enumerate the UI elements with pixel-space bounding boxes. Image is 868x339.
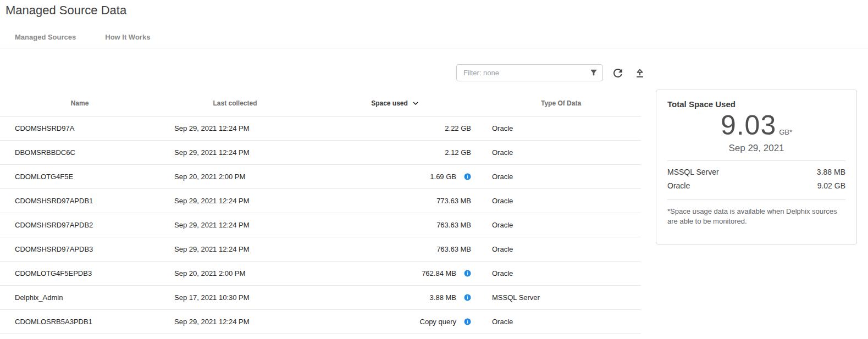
space-used-cell: 2.12 GB bbox=[311, 141, 481, 164]
space-used-value: 2.22 GB bbox=[445, 124, 471, 132]
type-of-data: Oracle bbox=[481, 213, 641, 237]
last-collected: Sep 29, 2021 12:24 PM bbox=[159, 116, 311, 140]
tab-how-it-works[interactable]: How It Works bbox=[105, 33, 150, 41]
space-used-cell: 773.63 MB bbox=[311, 189, 481, 213]
source-name: CDOMLOTG4F5EPDB3 bbox=[0, 262, 159, 285]
last-collected: Sep 20, 2021 2:00 PM bbox=[159, 262, 311, 285]
table-row[interactable]: CDOMSHSRD97APDB3 Sep 29, 2021 12:24 PM 7… bbox=[0, 237, 641, 262]
sources-table: Name Last collected Space used Type Of D… bbox=[0, 91, 641, 334]
upload-button[interactable] bbox=[633, 66, 647, 80]
filter-input-wrapper bbox=[456, 64, 603, 81]
space-used-value: 1.69 GB bbox=[430, 173, 456, 181]
space-used-value: 773.63 MB bbox=[436, 197, 471, 205]
breakdown-value: 9.02 GB bbox=[817, 181, 845, 190]
column-header-name[interactable]: Name bbox=[0, 91, 159, 116]
total-space-value: 9.03 bbox=[721, 110, 776, 141]
column-header-type-of-data[interactable]: Type Of Data bbox=[481, 91, 641, 116]
table-row[interactable]: CDOMSHSRD97A Sep 29, 2021 12:24 PM 2.22 … bbox=[0, 116, 641, 141]
type-of-data: Oracle bbox=[481, 262, 641, 285]
breakdown-label: MSSQL Server bbox=[667, 168, 719, 176]
column-header-space-used-label: Space used bbox=[371, 99, 408, 107]
filter-icon[interactable] bbox=[589, 68, 598, 77]
upload-icon bbox=[634, 67, 646, 79]
space-used-cell: 1.69 GB bbox=[311, 165, 481, 188]
source-name: CDOMSHSRD97A bbox=[0, 116, 159, 140]
toolbar bbox=[456, 64, 647, 81]
info-icon[interactable] bbox=[464, 318, 471, 325]
table-row[interactable]: DBOMSRBBDC6C Sep 29, 2021 12:24 PM 2.12 … bbox=[0, 141, 641, 165]
space-used-cell: 762.84 MB bbox=[311, 262, 481, 285]
type-of-data: Oracle bbox=[481, 310, 641, 334]
table-row[interactable]: CDOMLOTG4F5EPDB3 Sep 20, 2021 2:00 PM 76… bbox=[0, 262, 641, 286]
refresh-button[interactable] bbox=[611, 66, 625, 80]
last-collected: Sep 29, 2021 12:24 PM bbox=[159, 141, 311, 164]
info-icon[interactable] bbox=[464, 270, 471, 277]
total-space-unit: GB* bbox=[779, 128, 792, 136]
type-of-data: Oracle bbox=[481, 237, 641, 261]
breakdown-value: 3.88 MB bbox=[817, 168, 845, 176]
breakdown-row-oracle: Oracle 9.02 GB bbox=[667, 179, 845, 193]
type-of-data: MSSQL Server bbox=[481, 286, 641, 309]
type-of-data: Oracle bbox=[481, 165, 641, 188]
card-divider-bottom bbox=[667, 199, 845, 200]
type-of-data: Oracle bbox=[481, 116, 641, 140]
source-name: CDOMSHSRD97APDB2 bbox=[0, 213, 159, 237]
space-used-cell: 763.63 MB bbox=[311, 213, 481, 237]
type-of-data: Oracle bbox=[481, 189, 641, 213]
filter-input[interactable] bbox=[456, 64, 603, 81]
total-space-card: Total Space Used 9.03GB* Sep 29, 2021 MS… bbox=[656, 90, 857, 244]
table-row[interactable]: CDOMSHSRD97APDB2 Sep 29, 2021 12:24 PM 7… bbox=[0, 213, 641, 237]
total-space-date: Sep 29, 2021 bbox=[667, 143, 845, 154]
tab-bar-divider bbox=[0, 48, 868, 48]
refresh-icon bbox=[611, 66, 624, 80]
space-used-cell: 763.63 MB bbox=[311, 237, 481, 261]
managed-source-data-page: Managed Source Data Managed Sources How … bbox=[0, 0, 868, 339]
card-divider-top bbox=[667, 160, 845, 161]
source-name: CDOMLOSRB5A3PDB1 bbox=[0, 310, 159, 334]
space-used-value: 763.63 MB bbox=[436, 245, 471, 253]
last-collected: Sep 20, 2021 2:00 PM bbox=[159, 165, 311, 188]
last-collected: Sep 17, 2021 10:30 PM bbox=[159, 286, 311, 309]
last-collected: Sep 29, 2021 12:24 PM bbox=[159, 310, 311, 334]
info-icon[interactable] bbox=[464, 173, 471, 180]
source-name: CDOMSHSRD97APDB1 bbox=[0, 189, 159, 213]
space-used-value: 762.84 MB bbox=[422, 269, 456, 277]
source-name: Delphix_Admin bbox=[0, 286, 159, 309]
space-used-cell: 2.22 GB bbox=[311, 116, 481, 140]
source-name: DBOMSRBBDC6C bbox=[0, 141, 159, 164]
copy-query-button[interactable]: Copy query bbox=[420, 318, 456, 326]
breakdown-list: MSSQL Server 3.88 MB Oracle 9.02 GB bbox=[667, 165, 845, 193]
space-used-value: 763.63 MB bbox=[436, 221, 471, 229]
table-row[interactable]: Delphix_Admin Sep 17, 2021 10:30 PM 3.88… bbox=[0, 286, 641, 310]
table-header: Name Last collected Space used Type Of D… bbox=[0, 91, 641, 116]
tab-bar: Managed Sources How It Works bbox=[15, 33, 150, 41]
table-row[interactable]: CDOMSHSRD97APDB1 Sep 29, 2021 12:24 PM 7… bbox=[0, 189, 641, 213]
table-row[interactable]: CDOMLOSRB5A3PDB1 Sep 29, 2021 12:24 PM C… bbox=[0, 310, 641, 334]
space-used-cell: Copy query bbox=[311, 310, 481, 334]
source-name: CDOMLOTG4F5E bbox=[0, 165, 159, 188]
space-used-value: 3.88 MB bbox=[430, 293, 456, 302]
space-used-cell: 3.88 MB bbox=[311, 286, 481, 309]
tab-managed-sources[interactable]: Managed Sources bbox=[15, 33, 76, 41]
column-header-last-collected[interactable]: Last collected bbox=[159, 91, 311, 116]
source-name: CDOMSHSRD97APDB3 bbox=[0, 237, 159, 261]
page-title: Managed Source Data bbox=[5, 3, 126, 18]
last-collected: Sep 29, 2021 12:24 PM bbox=[159, 189, 311, 213]
space-used-value: 2.12 GB bbox=[445, 148, 471, 157]
last-collected: Sep 29, 2021 12:24 PM bbox=[159, 213, 311, 237]
info-icon[interactable] bbox=[464, 294, 471, 301]
column-header-space-used[interactable]: Space used bbox=[311, 91, 481, 116]
card-footnote: *Space usage data is available when Delp… bbox=[667, 207, 845, 227]
last-collected: Sep 29, 2021 12:24 PM bbox=[159, 237, 311, 261]
total-space-row: 9.03GB* bbox=[667, 110, 845, 142]
table-row[interactable]: CDOMLOTG4F5E Sep 20, 2021 2:00 PM 1.69 G… bbox=[0, 165, 641, 189]
card-title: Total Space Used bbox=[667, 99, 845, 109]
type-of-data: Oracle bbox=[481, 141, 641, 164]
table-body: CDOMSHSRD97A Sep 29, 2021 12:24 PM 2.22 … bbox=[0, 116, 641, 334]
sort-desc-icon bbox=[411, 98, 421, 108]
breakdown-label: Oracle bbox=[667, 181, 690, 190]
breakdown-row-mssql: MSSQL Server 3.88 MB bbox=[667, 165, 845, 179]
